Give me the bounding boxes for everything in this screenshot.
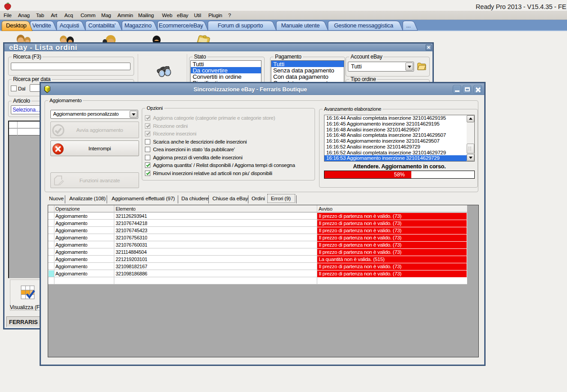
svg-text:Manuale utente: Manuale utente (281, 22, 320, 29)
svg-text:Magazzino: Magazzino (124, 22, 151, 29)
svg-text:...: ... (406, 22, 411, 29)
svg-text:Gestione messaggistica: Gestione messaggistica (334, 22, 393, 29)
svg-text:Acquisti: Acquisti (59, 22, 79, 29)
svg-text:Vendite: Vendite (32, 22, 51, 29)
svg-text:Ecommerce/eBay: Ecommerce/eBay (159, 22, 203, 29)
svg-text:Desktop: Desktop (6, 22, 27, 29)
svg-text:Contabilita': Contabilita' (88, 22, 115, 29)
svg-text:Forum di supporto: Forum di supporto (218, 22, 263, 29)
